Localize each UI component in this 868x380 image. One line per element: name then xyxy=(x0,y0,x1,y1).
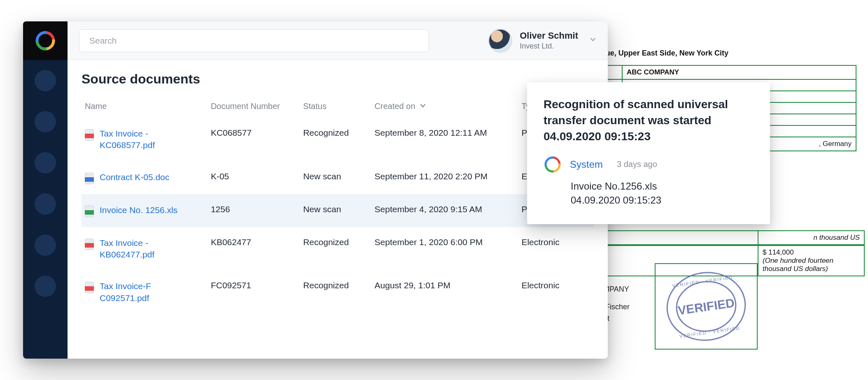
app-logo[interactable] xyxy=(23,21,68,60)
file-link[interactable]: Invoice No. 1256.xls xyxy=(100,204,177,216)
table-row[interactable]: Invoice No. 1256.xls1256New scanSeptembe… xyxy=(82,194,594,227)
notification-file: Invoice No.1256.xls xyxy=(571,179,754,194)
invoice-total-amount: $ 114,000 xyxy=(763,248,794,256)
invoice-subtotal-words: n thousand US xyxy=(758,231,864,244)
col-name[interactable]: Name xyxy=(82,95,208,118)
table-row[interactable]: Tax Invoice-F C092571.pdfFC092571Recogni… xyxy=(82,271,594,314)
system-logo-icon xyxy=(544,155,562,174)
table-row[interactable]: Tax Invoice - KB062477.pdfKB062477Recogn… xyxy=(82,227,594,271)
cell-created: September 1, 2020 6:00 PM xyxy=(371,227,518,271)
col-created-label: Created on xyxy=(375,102,415,111)
sidebar-nav-item[interactable] xyxy=(35,234,56,256)
sidebar-nav-item[interactable] xyxy=(35,70,56,91)
cell-type: Electronic xyxy=(518,271,594,314)
avatar xyxy=(488,29,512,53)
app-window: Search Oliver Schmit Invest Ltd. Source … xyxy=(23,21,608,359)
sidebar-nav-item[interactable] xyxy=(35,193,56,215)
table-row[interactable]: Contract K-05.docK-05New scanSeptember 1… xyxy=(82,161,594,194)
verified-stamp: VERIFIED VERIFIED · VERIFIED VERIFIED · … xyxy=(655,263,758,350)
topbar: Search Oliver Schmit Invest Ltd. xyxy=(68,21,608,60)
file-link[interactable]: Tax Invoice - KC068577.pdf xyxy=(100,128,198,151)
doc-file-icon xyxy=(85,173,94,184)
cell-status: Recognized xyxy=(300,227,371,271)
cell-number: 1256 xyxy=(208,194,300,227)
sidebar xyxy=(23,21,68,359)
documents-table: Name Document Number Status Created on xyxy=(82,95,594,314)
pdf-file-icon xyxy=(85,129,94,141)
notification-card: Recognition of scanned universal transfe… xyxy=(527,82,770,224)
col-number[interactable]: Document Number xyxy=(208,95,300,118)
file-link[interactable]: Tax Invoice-F C092571.pdf xyxy=(100,280,198,304)
notification-title: Recognition of scanned universal transfe… xyxy=(544,96,754,145)
search-placeholder: Search xyxy=(89,36,117,46)
cell-created: August 29, 1:01 PM xyxy=(371,271,518,314)
cell-number: FC092571 xyxy=(208,271,300,314)
cell-status: New scan xyxy=(300,161,371,194)
user-menu[interactable]: Oliver Schmit Invest Ltd. xyxy=(488,29,596,53)
notification-timestamp: 04.09.2020 09:15:23 xyxy=(571,193,754,208)
invoice-total-words: (One hundred fourteen thousand US dollar… xyxy=(763,257,833,273)
page-title: Source documents xyxy=(82,72,594,87)
svg-text:VERIFIED: VERIFIED xyxy=(677,296,735,317)
col-status[interactable]: Status xyxy=(300,95,371,118)
user-org: Invest Ltd. xyxy=(520,42,578,51)
sidebar-nav-item[interactable] xyxy=(35,111,56,132)
pdf-file-icon xyxy=(85,282,94,293)
notification-ago: 3 days ago xyxy=(617,160,657,169)
user-name: Oliver Schmit xyxy=(520,30,578,41)
app-logo-icon xyxy=(35,30,56,51)
xls-file-icon xyxy=(85,206,94,217)
file-link[interactable]: Tax Invoice - KB062477.pdf xyxy=(100,237,198,261)
notification-actor[interactable]: System xyxy=(570,159,603,170)
table-row[interactable]: Tax Invoice - KC068577.pdfKC068577Recogn… xyxy=(82,118,594,162)
pdf-file-icon xyxy=(85,239,94,250)
sidebar-nav-item[interactable] xyxy=(35,276,56,297)
cell-created: September 4, 2020 9:15 AM xyxy=(371,194,518,227)
cell-number: KC068577 xyxy=(208,118,300,162)
cell-status: Recognized xyxy=(300,118,371,162)
sidebar-nav-item[interactable] xyxy=(35,152,56,174)
chevron-down-icon xyxy=(590,36,596,45)
search-input[interactable]: Search xyxy=(79,29,429,52)
file-link[interactable]: Contract K-05.doc xyxy=(100,171,169,183)
col-created[interactable]: Created on xyxy=(371,95,518,118)
cell-type: Electronic xyxy=(518,227,594,271)
cell-status: Recognized xyxy=(300,271,371,314)
cell-created: September 8, 2020 12:11 AM xyxy=(371,118,518,162)
chevron-down-icon xyxy=(420,102,426,111)
cell-number: KB062477 xyxy=(208,227,300,271)
cell-status: New scan xyxy=(300,194,371,227)
cell-number: K-05 xyxy=(208,161,300,194)
invoice-ppu-value: ABC COMPANY xyxy=(622,65,856,79)
cell-created: September 11, 2020 2:20 PM xyxy=(371,161,518,194)
